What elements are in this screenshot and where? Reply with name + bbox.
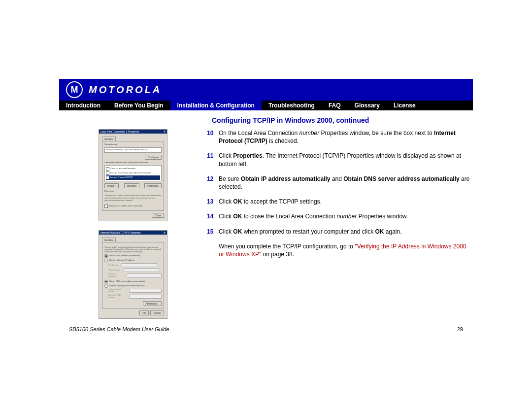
- gateway-field: [127, 274, 162, 277]
- properties-button[interactable]: Properties: [144, 183, 162, 188]
- step-number: 12: [207, 175, 219, 191]
- subnet-field: [124, 268, 159, 272]
- tab-general[interactable]: General: [102, 137, 116, 141]
- screenshot-thumbnails: Local Area Connection 2 Properties ✕ Gen…: [59, 129, 187, 328]
- component-item[interactable]: File and Printer Sharing for Microsoft N…: [106, 171, 160, 175]
- radio-icon[interactable]: [104, 280, 108, 283]
- document-page: M MOTOROLA Introduction Before You Begin…: [0, 0, 532, 411]
- brand-wordmark: MOTOROLA: [89, 84, 162, 96]
- close-icon[interactable]: ✕: [164, 130, 166, 133]
- step-number: 11: [207, 152, 219, 168]
- checkbox-icon[interactable]: [106, 167, 109, 171]
- install-button[interactable]: Install...: [104, 183, 119, 188]
- adapter-name: Motorola SurfBoard USB Cable Modem SB510…: [106, 149, 148, 151]
- show-icon-label: Show icon in taskbar when connected: [109, 205, 142, 207]
- nav-installation-configuration[interactable]: Installation & Configuration: [170, 101, 262, 110]
- step-body: Click OK to accept the TCP/IP settings.: [219, 198, 473, 206]
- components-label: Components checked are used by this conn…: [104, 162, 162, 164]
- cancel-button[interactable]: Cancel: [150, 310, 164, 315]
- step-body: Click OK to close the Local Area Connect…: [219, 212, 473, 220]
- tab-general[interactable]: General: [102, 238, 116, 242]
- component-item[interactable]: Client for Microsoft Networks: [106, 167, 160, 171]
- step-number: 10: [207, 129, 219, 145]
- step-number: 13: [207, 198, 219, 206]
- step-11: 11 Click Properties. The Internet Protoc…: [207, 152, 473, 168]
- radio-icon[interactable]: [104, 284, 108, 288]
- step-12: 12 Be sure Obtain IP address automatical…: [207, 175, 473, 191]
- logo-letter: M: [71, 85, 78, 95]
- checkbox-icon[interactable]: [106, 176, 109, 179]
- step-body: Be sure Obtain IP address automatically …: [219, 175, 473, 191]
- obtain-dns-label: Obtain DNS server address automatically: [109, 280, 145, 283]
- uninstall-button[interactable]: Uninstall: [124, 183, 139, 188]
- advanced-button[interactable]: Advanced...: [143, 301, 162, 306]
- dialog-title-text: Internet Protocol (TCP/IP) Properties: [100, 231, 141, 234]
- ok-button[interactable]: OK: [139, 310, 149, 315]
- configure-button[interactable]: Configure: [145, 155, 162, 160]
- dialog-titlebar: Local Area Connection 2 Properties ✕: [99, 130, 167, 134]
- step-13: 13 Click OK to accept the TCP/IP setting…: [207, 198, 473, 206]
- alt-dns-field: [129, 295, 162, 299]
- connect-using-label: Connect using:: [104, 143, 162, 146]
- step-body: On the Local Area Connection number Prop…: [219, 129, 473, 145]
- tcpip-blurb: You can get IP settings assigned automat…: [104, 246, 162, 253]
- nav-introduction[interactable]: Introduction: [59, 101, 107, 110]
- step-15: 15 Click OK when prompted to restart you…: [207, 228, 473, 236]
- motorola-logo-icon: M: [66, 81, 83, 98]
- nav-glossary[interactable]: Glossary: [348, 101, 387, 110]
- footer-page-number: 29: [457, 326, 463, 332]
- nav-faq[interactable]: FAQ: [322, 101, 348, 110]
- tcpip-properties-dialog: Internet Protocol (TCP/IP) Properties ✕ …: [99, 230, 167, 319]
- lan-properties-dialog: Local Area Connection 2 Properties ✕ Gen…: [99, 129, 167, 221]
- close-icon[interactable]: ✕: [164, 231, 166, 234]
- ip-address-field: [122, 263, 157, 267]
- use-ip-label: Use the following IP address:: [109, 259, 135, 262]
- step-number: 15: [207, 228, 219, 236]
- dialog-title-text: Local Area Connection 2 Properties: [100, 130, 139, 133]
- nav-before-you-begin[interactable]: Before You Begin: [107, 101, 170, 110]
- step-14: 14 Click OK to close the Local Area Conn…: [207, 212, 473, 220]
- pref-dns-field: [130, 289, 162, 293]
- close-button[interactable]: Close: [152, 213, 164, 218]
- brand-header: M MOTOROLA: [59, 79, 473, 101]
- nav-bar: Introduction Before You Begin Installati…: [59, 101, 473, 110]
- checkbox-icon[interactable]: [104, 205, 108, 208]
- footer-guide-title: SB5100 Series Cable Modem User Guide: [69, 326, 169, 332]
- step-10: 10 On the Local Area Connection number P…: [207, 129, 473, 145]
- use-dns-label: Use the following DNS server addresses:: [109, 285, 145, 287]
- description-text: Transmission Control Protocol/Internet P…: [104, 195, 162, 202]
- component-item-selected[interactable]: Internet Protocol (TCP/IP): [106, 175, 160, 180]
- dialog-titlebar: Internet Protocol (TCP/IP) Properties ✕: [99, 231, 167, 235]
- step-body: Click OK when prompted to restart your c…: [219, 228, 473, 236]
- description-label: Description: [104, 190, 162, 193]
- checkbox-icon[interactable]: [106, 171, 109, 175]
- section-title: Configuring TCP/IP in Windows 2000, cont…: [212, 116, 473, 124]
- nav-troubleshooting[interactable]: Troubleshooting: [262, 101, 322, 110]
- obtain-ip-label: Obtain an IP address automatically: [109, 255, 140, 257]
- step-body: Click Properties. The Internet Protocol …: [219, 152, 473, 168]
- closing-paragraph: When you complete the TCP/IP configurati…: [219, 242, 473, 258]
- nav-license[interactable]: License: [387, 101, 423, 110]
- page-footer: SB5100 Series Cable Modem User Guide 29: [69, 326, 463, 332]
- step-number: 14: [207, 212, 219, 220]
- radio-icon[interactable]: [104, 254, 108, 258]
- radio-icon[interactable]: [104, 259, 108, 262]
- instruction-steps: 10 On the Local Area Connection number P…: [187, 129, 473, 328]
- content-row: Local Area Connection 2 Properties ✕ Gen…: [59, 129, 473, 328]
